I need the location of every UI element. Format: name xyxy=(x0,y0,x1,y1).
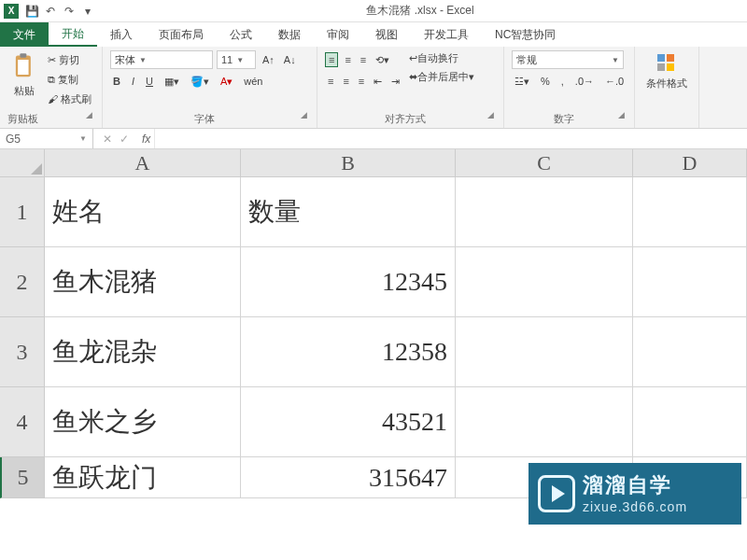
font-name-dropdown[interactable]: 宋体▼ xyxy=(110,50,213,69)
cell-a4[interactable]: 鱼米之乡 xyxy=(45,387,241,457)
ribbon: 粘贴 ✂ 剪切 ⧉ 复制 🖌 格式刷 剪贴板◢ xyxy=(0,47,747,129)
group-alignment: ≡ ≡ ≡ ⟲▾ ≡ ≡ ≡ ⇤ ⇥ ↩ 自动换行 xyxy=(317,47,504,128)
svg-rect-3 xyxy=(657,54,665,62)
tab-review[interactable]: 审阅 xyxy=(314,22,362,47)
cell-d2[interactable] xyxy=(633,247,747,317)
font-launcher-icon[interactable]: ◢ xyxy=(299,110,309,126)
cell-a3[interactable]: 鱼龙混杂 xyxy=(45,317,241,387)
fx-icon[interactable]: fx xyxy=(138,129,154,148)
cell-b4[interactable]: 43521 xyxy=(241,387,456,457)
cell-b3[interactable]: 12358 xyxy=(241,317,456,387)
cell-c4[interactable] xyxy=(456,387,633,457)
cell-b5[interactable]: 315647 xyxy=(241,457,456,498)
cell-c3[interactable] xyxy=(456,317,633,387)
tab-page-layout[interactable]: 页面布局 xyxy=(146,22,217,47)
cancel-formula-icon[interactable]: ✕ xyxy=(103,133,112,146)
cell-b2[interactable]: 12345 xyxy=(241,247,456,317)
undo-icon[interactable]: ↶ xyxy=(41,2,60,21)
decrease-decimal-icon[interactable]: ←.0 xyxy=(602,75,627,88)
conditional-format-button[interactable]: 条件格式 xyxy=(642,50,691,92)
qat-customize-icon[interactable]: ▾ xyxy=(78,2,97,21)
format-painter-button[interactable]: 🖌 格式刷 xyxy=(45,90,94,108)
cell-c2[interactable] xyxy=(456,247,633,317)
cell-b1[interactable]: 数量 xyxy=(241,177,456,247)
align-center-icon[interactable]: ≡ xyxy=(340,75,351,88)
tab-view[interactable]: 视图 xyxy=(362,22,411,47)
tab-formulas[interactable]: 公式 xyxy=(217,22,265,47)
phonetic-button[interactable]: wén xyxy=(241,75,265,88)
increase-indent-icon[interactable]: ⇥ xyxy=(388,75,402,89)
increase-decimal-icon[interactable]: .0→ xyxy=(572,75,597,88)
tab-data[interactable]: 数据 xyxy=(265,22,314,47)
align-right-icon[interactable]: ≡ xyxy=(356,75,367,88)
accounting-format-icon[interactable]: ☳▾ xyxy=(512,75,532,89)
enter-formula-icon[interactable]: ✓ xyxy=(120,133,129,146)
number-launcher-icon[interactable]: ◢ xyxy=(616,110,627,126)
font-group-label: 字体 xyxy=(110,112,299,126)
copy-button[interactable]: ⧉ 复制 xyxy=(45,70,94,89)
align-top-icon[interactable]: ≡ xyxy=(325,52,338,67)
align-middle-icon[interactable]: ≡ xyxy=(342,53,353,66)
svg-rect-2 xyxy=(18,60,28,75)
percent-icon[interactable]: % xyxy=(538,75,553,88)
row-header-3[interactable]: 3 xyxy=(0,317,45,387)
tab-insert[interactable]: 插入 xyxy=(97,22,146,47)
formula-input[interactable] xyxy=(154,129,747,148)
tab-file[interactable]: 文件 xyxy=(0,22,49,47)
col-header-d[interactable]: D xyxy=(633,149,747,177)
merge-icon: ⬌ xyxy=(409,71,417,83)
font-name-value: 宋体 xyxy=(115,53,135,67)
row-header-5[interactable]: 5 xyxy=(0,457,45,498)
column-headers: A B C D xyxy=(0,149,747,177)
increase-font-icon[interactable]: A↑ xyxy=(260,53,277,66)
copy-icon: ⧉ xyxy=(48,74,55,86)
group-styles: 条件格式 xyxy=(635,47,699,128)
comma-icon[interactable]: , xyxy=(558,75,567,88)
row-2: 2 鱼木混猪 12345 xyxy=(0,247,747,317)
conditional-format-label: 条件格式 xyxy=(646,77,687,91)
cell-d4[interactable] xyxy=(633,387,747,457)
cell-a5[interactable]: 鱼跃龙门 xyxy=(45,457,241,498)
underline-button[interactable]: U xyxy=(143,75,156,88)
col-header-a[interactable]: A xyxy=(45,149,241,177)
orientation-icon[interactable]: ⟲▾ xyxy=(373,53,392,67)
cut-label: 剪切 xyxy=(59,53,79,67)
spreadsheet: A B C D 1 姓名 数量 2 鱼木混猪 12345 3 鱼龙混杂 1235… xyxy=(0,149,747,498)
alignment-launcher-icon[interactable]: ◢ xyxy=(486,110,496,126)
row-header-2[interactable]: 2 xyxy=(0,247,45,317)
clipboard-launcher-icon[interactable]: ◢ xyxy=(84,110,94,126)
tab-home[interactable]: 开始 xyxy=(49,22,97,47)
cut-button[interactable]: ✂ 剪切 xyxy=(45,50,94,69)
watermark-logo: 溜溜自学 zixue.3d66.com xyxy=(529,463,741,525)
cell-d1[interactable] xyxy=(633,177,747,247)
col-header-b[interactable]: B xyxy=(241,149,456,177)
cell-c1[interactable] xyxy=(456,177,633,247)
cell-a1[interactable]: 姓名 xyxy=(45,177,241,247)
merge-center-button[interactable]: ⬌ 合并后居中▾ xyxy=(406,69,477,85)
align-left-icon[interactable]: ≡ xyxy=(325,75,336,88)
number-format-dropdown[interactable]: 常规▼ xyxy=(512,50,624,69)
bold-button[interactable]: B xyxy=(110,75,123,88)
col-header-c[interactable]: C xyxy=(456,149,633,177)
fill-color-button[interactable]: 🪣▾ xyxy=(188,75,212,89)
row-header-1[interactable]: 1 xyxy=(0,177,45,247)
select-all-corner[interactable] xyxy=(0,149,45,177)
align-bottom-icon[interactable]: ≡ xyxy=(358,53,369,66)
decrease-font-icon[interactable]: A↓ xyxy=(281,53,299,66)
wrap-text-button[interactable]: ↩ 自动换行 xyxy=(406,50,477,66)
font-color-button[interactable]: A▾ xyxy=(218,75,235,89)
save-icon[interactable]: 💾 xyxy=(22,2,41,21)
cell-d3[interactable] xyxy=(633,317,747,387)
tab-developer[interactable]: 开发工具 xyxy=(411,22,482,47)
border-button[interactable]: ▦▾ xyxy=(162,75,182,89)
scissors-icon: ✂ xyxy=(48,54,56,66)
row-header-4[interactable]: 4 xyxy=(0,387,45,457)
decrease-indent-icon[interactable]: ⇤ xyxy=(371,75,385,89)
tab-nc[interactable]: NC智慧协同 xyxy=(482,22,569,47)
paste-button[interactable]: 粘贴 xyxy=(7,50,41,100)
italic-button[interactable]: I xyxy=(129,75,137,88)
font-size-dropdown[interactable]: 11▼ xyxy=(217,50,256,69)
cell-a2[interactable]: 鱼木混猪 xyxy=(45,247,241,317)
name-box[interactable]: G5 ▼ xyxy=(0,129,93,148)
redo-icon[interactable]: ↷ xyxy=(60,2,78,21)
